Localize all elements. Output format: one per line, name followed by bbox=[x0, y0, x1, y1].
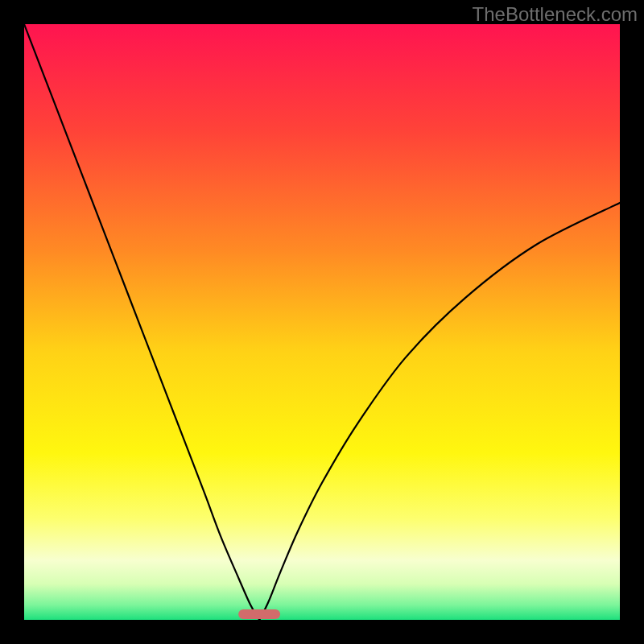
optimal-marker bbox=[238, 609, 280, 619]
plot-area bbox=[24, 24, 620, 620]
background-gradient bbox=[24, 24, 620, 620]
chart-frame: TheBottleneck.com bbox=[0, 0, 644, 644]
svg-rect-0 bbox=[24, 24, 620, 620]
watermark-text: TheBottleneck.com bbox=[473, 3, 638, 26]
